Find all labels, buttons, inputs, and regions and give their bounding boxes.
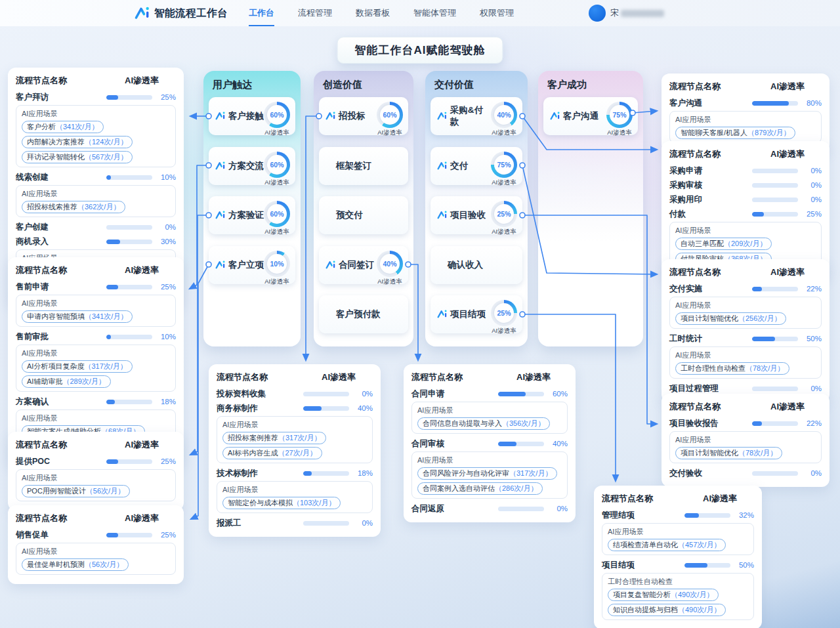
scenario-chip[interactable]: 智能聊天客服/机器人（879次/月） <box>675 127 795 139</box>
stage-card-合同签订[interactable]: 合同签订 40% AI渗透率 <box>319 246 408 284</box>
scenario-chip[interactable]: 项目复盘智能分析（490次/月） <box>608 589 719 601</box>
panel-header-rate: AI渗透率 <box>770 266 805 278</box>
stage-card-交付[interactable]: 交付 75% AI渗透率 <box>430 147 522 185</box>
penetration-bar <box>303 406 349 411</box>
process-node-name: 售前申请 <box>16 282 49 293</box>
user-area[interactable]: 宋 <box>589 5 664 22</box>
process-node-name: 采购申请 <box>669 165 702 177</box>
scenario-chip[interactable]: 内部解决方案推荐（124次/月） <box>22 136 133 148</box>
process-node-name: 商机录入 <box>16 236 49 247</box>
nav-item-数据看板[interactable]: 数据看板 <box>356 0 390 26</box>
scenario-chip[interactable]: 合同信息自动提取与录入（356次/月） <box>417 417 550 430</box>
stage-card-确认收入[interactable]: 确认收入 <box>430 246 522 284</box>
scenario-chip[interactable]: 项目计划智能优化（256次/月） <box>675 312 786 325</box>
stage-card-客户立项[interactable]: 客户立项 10% AI渗透率 <box>209 246 295 284</box>
donut-label: AI渗透率 <box>264 178 289 187</box>
ai-scenario-box: AI应用场景 合同信息自动提取与录入（356次/月） <box>411 402 568 434</box>
scenario-chip[interactable]: 申请内容智能预填（341次/月） <box>22 310 133 323</box>
scenario-chip[interactable]: 合同风险评分与自动化评审（317次/月） <box>417 467 557 480</box>
process-row: 客户创建 0% <box>16 220 176 234</box>
scenario-chip[interactable]: 招投标案例推荐（317次/月） <box>222 432 326 444</box>
stage-card-title: 招投标 <box>339 110 366 122</box>
ai-scenario-box: AI应用场景 项目计划智能优化（78次/月） <box>669 431 822 463</box>
panel-header-rate: AI渗透率 <box>125 264 159 276</box>
stage-card-title: 客户预付款 <box>336 308 381 320</box>
stage-card-预交付[interactable]: 预交付 <box>319 196 408 234</box>
stage-column-title: 用户触达 <box>203 71 301 91</box>
penetration-percent: 0% <box>152 223 176 231</box>
scenario-chip[interactable]: AI分析项目复杂度（317次/月） <box>22 360 133 373</box>
nav-item-智能体管理[interactable]: 智能体管理 <box>413 0 456 26</box>
penetration-bar <box>106 225 152 230</box>
penetration-bar <box>303 521 349 526</box>
nav-item-权限管理[interactable]: 权限管理 <box>480 0 514 26</box>
stage-column-交付价值: 交付价值采购&付款 40% AI渗透率 交付 75% AI渗透率 项目验收 25… <box>425 71 528 346</box>
penetration-bar <box>684 563 730 568</box>
nav-item-流程管理[interactable]: 流程管理 <box>298 0 332 26</box>
stage-column-title: 客户成功 <box>538 71 643 91</box>
panel-header-rate: AI渗透率 <box>516 371 551 383</box>
process-row: 采购用印 0% <box>669 193 822 206</box>
scenario-chip[interactable]: POC用例智能设计（56次/月） <box>22 485 130 497</box>
panel-header: 流程节点名称 AI渗透率 <box>16 513 176 524</box>
ai-node-icon <box>437 161 448 170</box>
nav-item-工作台[interactable]: 工作台 <box>249 0 274 26</box>
process-row: 交付实施 22% <box>669 282 822 295</box>
stage-card-项目结项[interactable]: 项目结项 25% AI渗透率 <box>430 295 522 333</box>
penetration-donut: 40% AI渗透率 <box>491 95 517 137</box>
donut-percent: 40% <box>377 251 403 277</box>
avatar[interactable] <box>589 5 606 22</box>
scenario-chip[interactable]: 工时合理性自动检查（78次/月） <box>675 362 789 375</box>
stage-card-客户接触[interactable]: 客户接触 60% AI渗透率 <box>209 97 295 135</box>
panel-header-node: 流程节点名称 <box>16 513 67 524</box>
scenario-chip[interactable]: 招投标线索推荐（362次/月） <box>22 201 125 213</box>
scenario-chip[interactable]: 智能定价与成本模拟（103次/月） <box>222 497 341 509</box>
scenario-chip-list: 合同信息自动提取与录入（356次/月） <box>417 417 562 430</box>
detail-panel-R4: 流程节点名称 AI渗透率 项目验收报告 22% AI应用场景 项目计划智能优化（… <box>662 394 830 487</box>
penetration-bar <box>303 392 349 396</box>
ai-node-icon <box>437 211 448 219</box>
stage-column-title: 创造价值 <box>314 71 413 91</box>
scenario-chip[interactable]: 项目计划智能优化（78次/月） <box>675 447 782 459</box>
process-row: 客户拜访 25% <box>16 91 176 104</box>
panel-header: 流程节点名称 AI渗透率 <box>602 493 754 505</box>
penetration-percent: 80% <box>798 99 822 107</box>
stage-card-招投标[interactable]: 招投标 60% AI渗透率 <box>319 97 408 135</box>
panel-header-node: 流程节点名称 <box>669 81 721 93</box>
scenario-chip[interactable]: AI标书内容生成（27次/月） <box>222 447 322 459</box>
scenario-chip[interactable]: 自动三单匹配（209次/月） <box>675 238 772 250</box>
stage-card-项目验收[interactable]: 项目验收 25% AI渗透率 <box>430 196 522 234</box>
panel-header: 流程节点名称 AI渗透率 <box>217 371 373 383</box>
scenario-chip[interactable]: 合同案例入选自动评估（286次/月） <box>417 482 543 495</box>
scenario-chip[interactable]: 最佳促单时机预测（56次/月） <box>22 558 129 571</box>
process-node-name: 技术标制作 <box>217 468 258 479</box>
process-node-name: 线索创建 <box>16 172 49 183</box>
penetration-percent: 0% <box>349 519 373 527</box>
scenario-chip[interactable]: 客户分析（341次/月） <box>22 121 104 133</box>
stage-card-采购&付款[interactable]: 采购&付款 40% AI渗透率 <box>430 97 522 135</box>
penetration-percent: 25% <box>798 210 822 218</box>
donut-percent: 25% <box>491 300 517 326</box>
stage-column-title: 交付价值 <box>425 71 528 91</box>
stage-card-方案验证[interactable]: 方案验证 60% AI渗透率 <box>209 196 295 234</box>
donut-label: AI渗透率 <box>607 129 631 137</box>
scenario-chip-list: 合同风险评分与自动化评审（317次/月）合同案例入选自动评估（286次/月） <box>417 467 562 495</box>
panel-header: 流程节点名称 AI渗透率 <box>669 81 822 93</box>
redacted-name <box>621 10 664 17</box>
stage-card-框架签订[interactable]: 框架签订 <box>319 147 408 185</box>
detail-panel-R3: 流程节点名称 AI渗透率 交付实施 22% AI应用场景 项目计划智能优化（25… <box>662 259 830 402</box>
penetration-bar <box>106 240 152 244</box>
process-row: 投标资料收集 0% <box>217 387 373 400</box>
scenario-chip[interactable]: 拜访记录智能转化（567次/月） <box>22 151 133 163</box>
penetration-bar <box>106 459 152 464</box>
panel-header-node: 流程节点名称 <box>669 266 721 278</box>
stage-card-方案交流[interactable]: 方案交流 60% AI渗透率 <box>209 147 295 185</box>
process-node-name: 售前审批 <box>16 331 49 343</box>
scenario-chip[interactable]: 结项检查清单自动化（457次/月） <box>608 539 726 551</box>
nav-menu: 工作台流程管理数据看板智能体管理权限管理 <box>249 0 514 26</box>
process-node-name: 客户沟通 <box>669 98 702 109</box>
stage-card-客户预付款[interactable]: 客户预付款 <box>319 295 408 333</box>
stage-card-客户沟通[interactable]: 客户沟通 75% AI渗透率 <box>543 97 638 135</box>
scenario-chip[interactable]: 知识自动提炼与归档（490次/月） <box>608 604 726 616</box>
scenario-chip[interactable]: AI辅助审批（289次/月） <box>22 375 111 388</box>
